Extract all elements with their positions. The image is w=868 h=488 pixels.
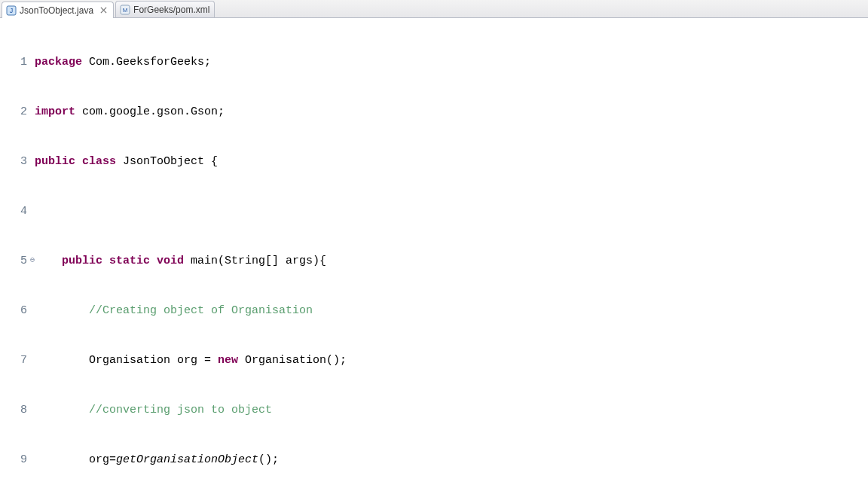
code-line: org=getOrganisationObject(); xyxy=(35,452,868,468)
code-line: import com.google.gson.Gson; xyxy=(35,104,868,120)
line-number: 3 xyxy=(0,154,30,170)
code-editor[interactable]: 1 2 3 4 5⊖ 6 7 8 9 10 11 12 13 14⊖ 15 16… xyxy=(0,18,868,488)
svg-text:M: M xyxy=(123,7,128,14)
tab-label: JsonToObject.java xyxy=(20,5,93,16)
tab-pom-xml[interactable]: M ForGeeks/pom.xml xyxy=(115,1,215,17)
tab-label: ForGeeks/pom.xml xyxy=(133,5,209,15)
line-number: 2 xyxy=(0,104,30,120)
line-number: 6 xyxy=(0,303,30,319)
maven-file-icon: M xyxy=(120,5,130,15)
code-area[interactable]: package Com.GeeksforGeeks; import com.go… xyxy=(30,18,868,488)
line-number-gutter: 1 2 3 4 5⊖ 6 7 8 9 10 11 12 13 14⊖ 15 16… xyxy=(0,18,30,488)
code-line: public class JsonToObject { xyxy=(35,154,868,170)
line-number: 1 xyxy=(0,54,30,71)
code-line: Organisation org = new Organisation(); xyxy=(35,352,868,369)
editor-tabbar: J JsonToObject.java M ForGeeks/pom.xml xyxy=(0,0,868,18)
svg-text:J: J xyxy=(10,7,14,14)
line-number: 7 xyxy=(0,352,30,369)
code-line xyxy=(35,203,868,220)
code-line: package Com.GeeksforGeeks; xyxy=(35,54,868,71)
line-number: 9 xyxy=(0,452,30,468)
code-line: //converting json to object xyxy=(35,402,868,419)
code-line: //Creating object of Organisation xyxy=(35,303,868,319)
line-number: 5⊖ xyxy=(0,253,30,270)
line-number: 4 xyxy=(0,203,30,220)
code-line: public static void main(String[] args){ xyxy=(35,253,868,270)
tab-json-to-object[interactable]: J JsonToObject.java xyxy=(2,2,114,18)
java-file-icon: J xyxy=(6,5,17,16)
line-number: 8 xyxy=(0,402,30,419)
close-icon[interactable] xyxy=(98,5,108,16)
